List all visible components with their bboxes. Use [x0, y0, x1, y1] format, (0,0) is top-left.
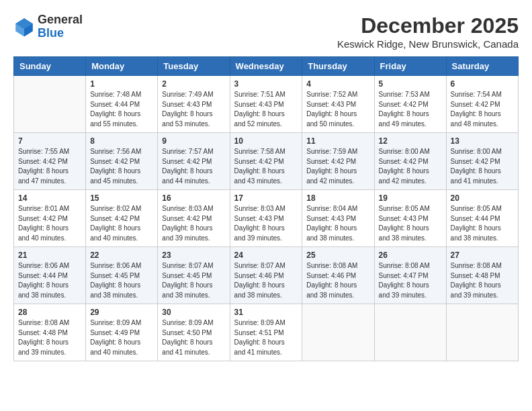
calendar-cell: 18Sunrise: 8:04 AM Sunset: 4:43 PM Dayli… [302, 190, 374, 247]
page-header: General Blue December 2025 Keswick Ridge… [13, 13, 519, 50]
calendar-cell: 15Sunrise: 8:02 AM Sunset: 4:42 PM Dayli… [86, 190, 158, 247]
calendar-week-row: 14Sunrise: 8:01 AM Sunset: 4:42 PM Dayli… [14, 190, 519, 247]
day-info: Sunrise: 8:06 AM Sunset: 4:44 PM Dayligh… [18, 261, 81, 300]
day-number: 30 [162, 308, 225, 317]
logo: General Blue [13, 13, 83, 40]
day-info: Sunrise: 8:08 AM Sunset: 4:48 PM Dayligh… [18, 318, 81, 357]
day-number: 12 [379, 136, 442, 146]
day-info: Sunrise: 8:00 AM Sunset: 4:42 PM Dayligh… [379, 147, 442, 186]
calendar-cell: 25Sunrise: 8:08 AM Sunset: 4:46 PM Dayli… [302, 247, 374, 304]
day-info: Sunrise: 8:05 AM Sunset: 4:43 PM Dayligh… [379, 204, 442, 243]
day-info: Sunrise: 7:54 AM Sunset: 4:42 PM Dayligh… [451, 90, 514, 129]
day-number: 20 [451, 193, 514, 203]
calendar-cell: 29Sunrise: 8:09 AM Sunset: 4:49 PM Dayli… [86, 304, 158, 361]
calendar-cell: 30Sunrise: 8:09 AM Sunset: 4:50 PM Dayli… [158, 304, 230, 361]
calendar-cell: 19Sunrise: 8:05 AM Sunset: 4:43 PM Dayli… [374, 190, 446, 247]
weekday-header-sunday: Sunday [14, 57, 86, 76]
day-number: 16 [162, 193, 225, 203]
day-number: 5 [379, 79, 442, 89]
calendar-cell: 13Sunrise: 8:00 AM Sunset: 4:42 PM Dayli… [446, 133, 518, 190]
day-number: 10 [234, 136, 298, 146]
calendar-cell: 28Sunrise: 8:08 AM Sunset: 4:48 PM Dayli… [14, 304, 86, 361]
calendar-cell [302, 304, 374, 361]
calendar-title: December 2025 [337, 13, 519, 38]
day-number: 31 [234, 308, 298, 317]
day-info: Sunrise: 7:59 AM Sunset: 4:42 PM Dayligh… [306, 147, 369, 186]
day-number: 4 [306, 79, 369, 89]
calendar-cell: 7Sunrise: 7:55 AM Sunset: 4:42 PM Daylig… [14, 133, 86, 190]
day-info: Sunrise: 8:07 AM Sunset: 4:46 PM Dayligh… [234, 261, 298, 300]
calendar-table: SundayMondayTuesdayWednesdayThursdayFrid… [13, 56, 519, 361]
day-number: 22 [90, 250, 153, 260]
weekday-header-monday: Monday [86, 57, 158, 76]
calendar-cell: 12Sunrise: 8:00 AM Sunset: 4:42 PM Dayli… [374, 133, 446, 190]
weekday-header-thursday: Thursday [302, 57, 374, 76]
day-info: Sunrise: 8:09 AM Sunset: 4:49 PM Dayligh… [90, 318, 153, 357]
day-info: Sunrise: 7:52 AM Sunset: 4:43 PM Dayligh… [306, 90, 369, 129]
day-number: 2 [162, 79, 225, 89]
calendar-cell: 23Sunrise: 8:07 AM Sunset: 4:45 PM Dayli… [158, 247, 230, 304]
day-number: 9 [162, 136, 225, 146]
calendar-cell: 2Sunrise: 7:49 AM Sunset: 4:43 PM Daylig… [158, 76, 230, 133]
calendar-cell [14, 76, 86, 133]
day-info: Sunrise: 8:07 AM Sunset: 4:45 PM Dayligh… [162, 261, 225, 300]
day-info: Sunrise: 8:05 AM Sunset: 4:44 PM Dayligh… [451, 204, 514, 243]
day-number: 18 [306, 193, 369, 203]
day-number: 28 [18, 308, 81, 317]
calendar-cell: 20Sunrise: 8:05 AM Sunset: 4:44 PM Dayli… [446, 190, 518, 247]
calendar-cell [374, 304, 446, 361]
calendar-cell: 5Sunrise: 7:53 AM Sunset: 4:42 PM Daylig… [374, 76, 446, 133]
day-number: 29 [90, 308, 153, 317]
calendar-week-row: 1Sunrise: 7:48 AM Sunset: 4:44 PM Daylig… [14, 76, 519, 133]
calendar-cell: 6Sunrise: 7:54 AM Sunset: 4:42 PM Daylig… [446, 76, 518, 133]
logo-text: General Blue [38, 13, 83, 40]
day-number: 19 [379, 193, 442, 203]
weekday-header-row: SundayMondayTuesdayWednesdayThursdayFrid… [14, 57, 519, 76]
day-number: 11 [306, 136, 369, 146]
day-number: 23 [162, 250, 225, 260]
calendar-cell: 10Sunrise: 7:58 AM Sunset: 4:42 PM Dayli… [230, 133, 302, 190]
day-info: Sunrise: 7:51 AM Sunset: 4:43 PM Dayligh… [234, 90, 298, 129]
day-info: Sunrise: 7:53 AM Sunset: 4:42 PM Dayligh… [379, 90, 442, 129]
day-info: Sunrise: 8:08 AM Sunset: 4:46 PM Dayligh… [306, 261, 369, 300]
logo-icon [13, 16, 35, 38]
day-number: 6 [451, 79, 514, 89]
day-info: Sunrise: 8:08 AM Sunset: 4:48 PM Dayligh… [451, 261, 514, 300]
day-info: Sunrise: 8:06 AM Sunset: 4:45 PM Dayligh… [90, 261, 153, 300]
day-number: 7 [18, 136, 81, 146]
day-info: Sunrise: 8:03 AM Sunset: 4:42 PM Dayligh… [162, 204, 225, 243]
day-info: Sunrise: 7:57 AM Sunset: 4:42 PM Dayligh… [162, 147, 225, 186]
calendar-cell: 31Sunrise: 8:09 AM Sunset: 4:51 PM Dayli… [230, 304, 302, 361]
day-number: 25 [306, 250, 369, 260]
day-info: Sunrise: 7:56 AM Sunset: 4:42 PM Dayligh… [90, 147, 153, 186]
weekday-header-saturday: Saturday [446, 57, 518, 76]
calendar-cell: 8Sunrise: 7:56 AM Sunset: 4:42 PM Daylig… [86, 133, 158, 190]
day-info: Sunrise: 8:01 AM Sunset: 4:42 PM Dayligh… [18, 204, 81, 243]
day-info: Sunrise: 7:55 AM Sunset: 4:42 PM Dayligh… [18, 147, 81, 186]
calendar-cell: 26Sunrise: 8:08 AM Sunset: 4:47 PM Dayli… [374, 247, 446, 304]
calendar-cell: 11Sunrise: 7:59 AM Sunset: 4:42 PM Dayli… [302, 133, 374, 190]
day-number: 24 [234, 250, 298, 260]
day-info: Sunrise: 8:09 AM Sunset: 4:50 PM Dayligh… [162, 318, 225, 357]
calendar-cell: 14Sunrise: 8:01 AM Sunset: 4:42 PM Dayli… [14, 190, 86, 247]
calendar-cell [446, 304, 518, 361]
calendar-body: 1Sunrise: 7:48 AM Sunset: 4:44 PM Daylig… [14, 76, 519, 361]
weekday-header-tuesday: Tuesday [158, 57, 230, 76]
day-number: 13 [451, 136, 514, 146]
day-number: 15 [90, 193, 153, 203]
calendar-week-row: 21Sunrise: 8:06 AM Sunset: 4:44 PM Dayli… [14, 247, 519, 304]
day-info: Sunrise: 7:49 AM Sunset: 4:43 PM Dayligh… [162, 90, 225, 129]
calendar-cell: 4Sunrise: 7:52 AM Sunset: 4:43 PM Daylig… [302, 76, 374, 133]
title-block: December 2025 Keswick Ridge, New Brunswi… [337, 13, 519, 50]
day-info: Sunrise: 8:02 AM Sunset: 4:42 PM Dayligh… [90, 204, 153, 243]
day-number: 14 [18, 193, 81, 203]
day-info: Sunrise: 7:58 AM Sunset: 4:42 PM Dayligh… [234, 147, 298, 186]
calendar-week-row: 28Sunrise: 8:08 AM Sunset: 4:48 PM Dayli… [14, 304, 519, 361]
calendar-cell: 1Sunrise: 7:48 AM Sunset: 4:44 PM Daylig… [86, 76, 158, 133]
calendar-cell: 16Sunrise: 8:03 AM Sunset: 4:42 PM Dayli… [158, 190, 230, 247]
day-number: 21 [18, 250, 81, 260]
day-number: 8 [90, 136, 153, 146]
calendar-cell: 27Sunrise: 8:08 AM Sunset: 4:48 PM Dayli… [446, 247, 518, 304]
weekday-header-friday: Friday [374, 57, 446, 76]
day-number: 3 [234, 79, 298, 89]
